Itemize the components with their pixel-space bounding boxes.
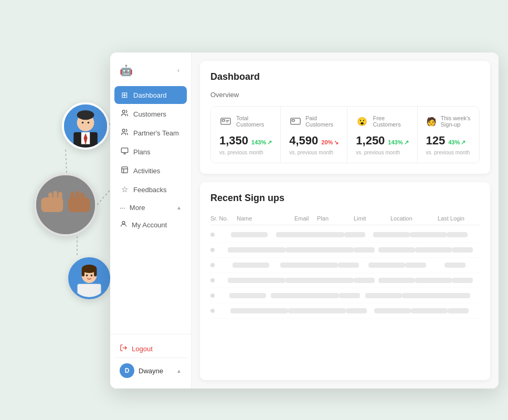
svg-rect-32 [121,148,128,153]
sidebar-item-my-account-label: My Account [132,221,167,229]
weekly-signups-subtitle: vs. previous month [426,150,471,155]
sidebar-item-more-label: More [130,204,145,212]
svg-marker-3 [83,133,87,145]
total-customers-badge: 143% ↗ [251,139,272,146]
svg-point-23 [86,275,88,277]
svg-point-19 [82,268,97,283]
dashboard-icon: ⊞ [120,90,129,100]
svg-rect-22 [94,269,97,276]
table-row [210,273,480,288]
sidebar-item-plans[interactable]: Plans [114,143,187,161]
svg-point-38 [122,222,125,224]
app-logo: 🤖 [118,62,134,79]
weekly-signups-value: 125 [426,134,446,148]
paid-customers-label: Paid Customers [305,115,338,128]
svg-rect-8 [36,175,95,234]
svg-rect-10 [68,197,90,212]
sidebar-item-activities[interactable]: Activities [114,162,187,180]
avatar-handshake [34,173,97,236]
table-row [210,227,480,243]
total-customers-value: 1,350 [219,134,248,148]
table-header: Sr. No. Name Email Plan Limit Location L… [210,212,480,225]
logout-button[interactable]: Logout [114,340,187,358]
svg-rect-35 [121,167,127,173]
svg-point-7 [88,122,90,124]
recent-signups-title: Recent Sign ups [210,193,480,204]
user-avatar: D [120,363,134,378]
table-row [210,258,480,273]
svg-rect-18 [78,284,101,297]
svg-rect-45 [292,120,294,121]
sidebar-item-partners-label: Partner's Team [133,129,179,137]
sidebar-item-dashboard-label: Dashboard [133,91,167,99]
total-customers-icon [219,114,232,129]
sidebar-item-plans-label: Plans [133,148,151,156]
account-icon [120,220,128,229]
svg-point-5 [77,110,94,120]
paid-customers-badge: 20% ↘ [321,139,338,146]
col-name: Name [237,215,294,222]
paid-customers-subtitle: vs. previous month [289,150,338,155]
col-lastlogin: Last Login [438,215,480,222]
free-customers-subtitle: vs. previous month [356,150,408,155]
dashboard-title: Dashboard [210,71,480,82]
feedbacks-icon: ☆ [120,185,129,194]
card-paid-customers: Paid Customers 4,590 20% ↘ vs. previous … [281,107,347,163]
logout-label: Logout [132,345,153,353]
col-location: Location [390,215,438,222]
partners-icon [120,128,129,138]
col-email: Email [294,215,317,222]
col-limit: Limit [354,215,390,222]
sidebar-item-dashboard[interactable]: ⊞ Dashboard [114,86,187,104]
sidebar-header: 🤖 ‹ [110,52,191,86]
main-content: Dashboard Overview Total Customers 1,350… [192,52,499,388]
table-row [210,243,480,258]
avatar-woman [68,257,110,299]
svg-point-24 [91,275,93,277]
sidebar-item-partners[interactable]: Partner's Team [114,124,187,142]
total-customers-subtitle: vs. previous month [219,150,272,155]
free-customers-label: Free Customers [373,115,408,128]
user-name: Dwayne [139,367,176,375]
svg-rect-16 [80,193,84,203]
total-customers-label: Total Customers [236,115,272,128]
overview-label: Overview [210,91,480,99]
svg-rect-17 [70,259,108,297]
svg-rect-11 [48,193,52,203]
customers-icon [120,109,129,119]
profile-chevron-icon: ▲ [176,368,182,374]
svg-rect-13 [58,192,62,202]
overview-cards: Total Customers 1,350 143% ↗ vs. previou… [210,106,480,163]
free-customers-badge: 143% ↗ [388,139,408,146]
weekly-signups-label: This week's Sign-up [441,115,471,128]
collapse-button[interactable]: ‹ [173,65,184,76]
sidebar-item-customers-label: Customers [133,110,166,118]
free-customers-icon: 😮 [356,114,368,129]
svg-rect-0 [64,104,107,148]
sidebar-item-feedbacks[interactable]: ☆ Feedbacks [114,181,187,198]
sidebar-item-more[interactable]: ··· More ▲ [114,200,187,216]
sidebar: 🤖 ‹ ⊞ Dashboard Customers Par [110,52,192,388]
col-plan: Plan [317,215,354,222]
svg-rect-9 [41,197,63,212]
table-row [210,288,480,303]
svg-point-31 [122,129,125,132]
user-profile[interactable]: D Dwayne ▲ [114,358,187,383]
card-free-customers: 😮 Free Customers 1,250 143% ↗ vs. previo… [347,107,417,163]
weekly-signups-icon: 🧑 [426,114,437,129]
sidebar-item-my-account[interactable]: My Account [114,216,187,234]
recent-signups-panel: Recent Sign ups Sr. No. Name Email Plan … [200,182,490,380]
weekly-signups-badge: 43% ↗ [448,139,465,146]
sidebar-item-customers[interactable]: Customers [114,105,187,123]
card-weekly-signups: 🧑 This week's Sign-up 125 43% ↗ vs. prev… [418,107,480,163]
svg-rect-41 [222,120,225,121]
col-srno: Sr. No. [210,215,237,222]
sidebar-bottom: Logout D Dwayne ▲ [110,334,191,388]
free-customers-value: 1,250 [356,134,385,148]
sidebar-nav: ⊞ Dashboard Customers Partner's Team [110,86,191,334]
svg-point-20 [82,265,97,273]
plans-icon [120,147,129,156]
sidebar-item-feedbacks-label: Feedbacks [133,186,167,194]
more-icon: ··· [120,204,125,212]
svg-line-28 [66,150,67,173]
